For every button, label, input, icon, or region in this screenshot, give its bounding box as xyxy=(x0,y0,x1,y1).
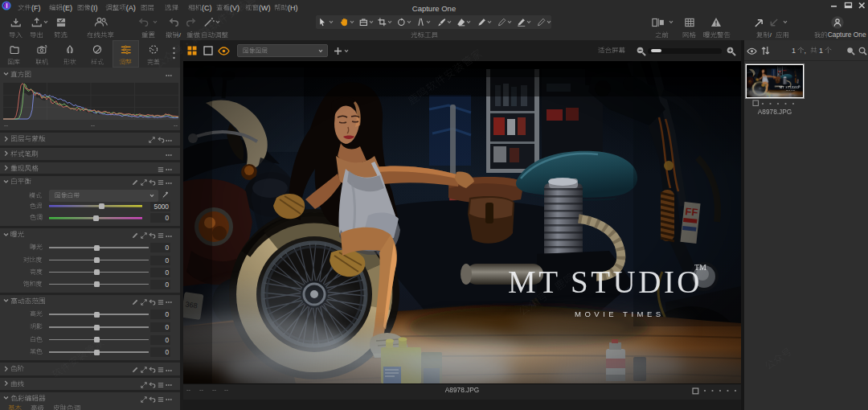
svg-text:TM: TM xyxy=(798,84,800,85)
svg-text:(E): (E) xyxy=(63,3,72,11)
svg-text:/: / xyxy=(179,31,182,39)
svg-text:(C): (C) xyxy=(202,3,211,11)
svg-text:(W): (W) xyxy=(259,3,270,11)
svg-text:(H): (H) xyxy=(288,3,297,11)
svg-text:,: , xyxy=(804,47,805,55)
svg-text:(I): (I) xyxy=(91,3,97,11)
svg-text:(A): (A) xyxy=(126,3,136,11)
svg-text:/: / xyxy=(770,31,772,39)
svg-text:TM: TM xyxy=(694,263,706,272)
svg-text:(F): (F) xyxy=(31,3,40,11)
svg-text:MOVIE TIMES: MOVIE TIMES xyxy=(575,310,665,318)
svg-text:MOVIE TIMES: MOVIE TIMES xyxy=(786,89,795,90)
svg-text:Capture One: Capture One xyxy=(828,31,866,39)
svg-text:MT STUDIO: MT STUDIO xyxy=(780,85,799,88)
